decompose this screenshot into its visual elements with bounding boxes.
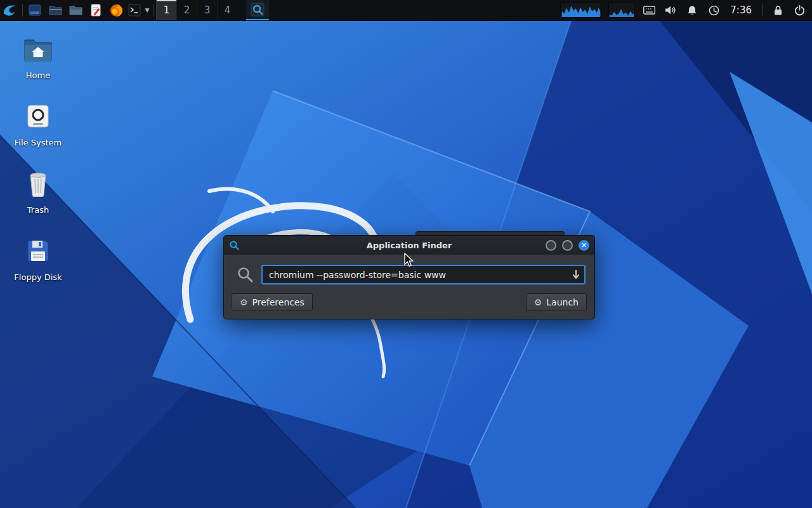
files-icon[interactable] <box>25 0 45 20</box>
panel-separator <box>154 4 154 17</box>
file-manager-icon[interactable] <box>45 0 65 20</box>
drive-icon <box>5 100 71 132</box>
desktop-icon-trash[interactable]: Trash <box>5 168 71 215</box>
desktop-icon-label: Home <box>5 70 71 80</box>
gear-icon: ⚙ <box>240 298 248 307</box>
clock[interactable]: 7:36 <box>728 4 754 16</box>
home-icon <box>5 33 71 65</box>
minimize-button[interactable] <box>546 240 556 251</box>
kali-menu-icon[interactable] <box>0 0 20 20</box>
trash-icon <box>5 168 71 199</box>
desktop-icon-floppy-disk[interactable]: Floppy Disk <box>5 235 71 282</box>
launch-button[interactable]: ⚙ Launch <box>526 293 587 311</box>
desktop-icon-label: Trash <box>5 205 71 215</box>
panel-launchers: ▼ 1 2 3 4 <box>0 0 269 20</box>
folder-icon[interactable] <box>65 0 86 20</box>
logout-icon[interactable] <box>792 3 807 18</box>
desktop-icon-label: File System <box>5 138 71 147</box>
notifications-bell-icon[interactable] <box>684 3 700 18</box>
application-finder-task[interactable] <box>246 0 269 20</box>
launch-button-label: Launch <box>546 297 579 307</box>
titlebar[interactable]: Application Finder ✕ <box>224 236 594 255</box>
panel-separator <box>762 4 763 16</box>
preferences-button-label: Preferences <box>252 297 304 307</box>
top-panel: ▼ 1 2 3 4 <box>0 0 812 21</box>
dialog-body: ⚙ Preferences ⚙ Launch <box>224 255 594 319</box>
preferences-button[interactable]: ⚙ Preferences <box>232 293 313 311</box>
workspace-2[interactable]: 2 <box>176 0 197 20</box>
panel-separator <box>22 4 23 17</box>
terminal-dropdown-chevron[interactable]: ▼ <box>143 0 152 20</box>
application-finder-window: Application Finder ✕ ⚙ Prefer <box>223 235 595 319</box>
search-icon <box>237 266 254 283</box>
status-circle-icon[interactable] <box>706 3 721 18</box>
keyboard-icon[interactable] <box>641 3 657 18</box>
application-finder-titlebar-icon <box>229 240 240 251</box>
application-finder-icon <box>251 3 265 17</box>
workspace-3[interactable]: 3 <box>197 0 217 20</box>
network-graph[interactable] <box>608 3 635 18</box>
entry-dropdown-arrow-icon[interactable] <box>572 269 580 279</box>
cpu-graph[interactable] <box>560 3 602 18</box>
window-title: Application Finder <box>224 241 594 250</box>
volume-icon[interactable] <box>663 3 678 18</box>
desktop-icon-label: Floppy Disk <box>5 272 71 282</box>
maximize-button[interactable] <box>562 240 573 251</box>
workspace-1[interactable]: 1 <box>156 0 176 20</box>
workspace-4[interactable]: 4 <box>217 0 237 20</box>
close-button[interactable]: ✕ <box>579 240 589 251</box>
terminal-icon[interactable] <box>126 0 143 20</box>
lock-icon[interactable] <box>770 3 785 18</box>
search-input[interactable] <box>261 265 586 284</box>
text-editor-icon[interactable] <box>86 0 106 20</box>
launch-icon: ⚙ <box>534 298 542 307</box>
panel-tray: 7:36 <box>560 0 812 20</box>
desktop-icon-file-system[interactable]: File System <box>5 100 71 147</box>
floppy-icon <box>5 235 71 267</box>
firefox-icon[interactable] <box>106 0 126 20</box>
desktop-icon-home[interactable]: Home <box>5 33 71 80</box>
